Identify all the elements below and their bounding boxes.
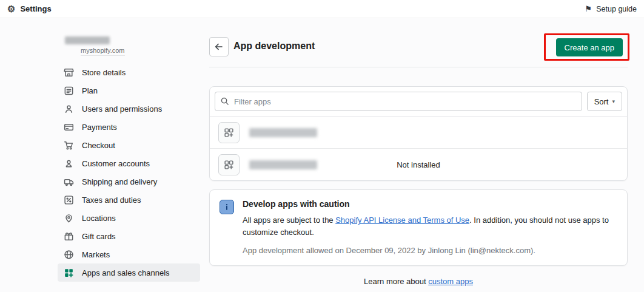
app-tile-icon (218, 154, 240, 175)
app-grid-icon (224, 127, 234, 138)
sidebar-item-taxes-duties[interactable]: Taxes and duties (58, 191, 200, 209)
users-icon (64, 104, 74, 114)
setup-guide-button[interactable]: ⚑ Setup guide (585, 5, 637, 13)
gear-icon: ⚙ (7, 4, 15, 13)
sidebar-item-checkout[interactable]: Checkout (58, 136, 200, 154)
taxes-icon (64, 195, 74, 205)
api-license-link[interactable]: Shopify API License and Terms of Use (335, 216, 469, 225)
caution-banner: Develop apps with caution All apps are s… (209, 189, 628, 266)
custom-apps-link[interactable]: custom apps (428, 277, 473, 286)
filter-row: Sort ▾ (210, 87, 627, 116)
footer-text: Learn more about (364, 277, 428, 286)
sidebar-item-markets[interactable]: Markets (58, 245, 200, 263)
sidebar-item-label: Markets (82, 250, 110, 259)
banner-note: App development allowed on December 09, … (243, 246, 611, 255)
topbar-title: Settings (20, 4, 51, 13)
create-app-button[interactable]: Create an app (556, 38, 623, 56)
sidebar-item-shipping-delivery[interactable]: Shipping and delivery (58, 172, 200, 191)
sidebar-item-gift-cards[interactable]: Gift cards (58, 227, 200, 245)
sidebar-item-locations[interactable]: Locations (58, 209, 200, 227)
app-tile-icon (218, 122, 240, 143)
flag-icon: ⚑ (585, 5, 592, 13)
info-icon (220, 200, 234, 214)
top-bar: ⚙ Settings ⚑ Setup guide (0, 0, 644, 18)
back-button[interactable] (209, 37, 229, 56)
page-title: App development (233, 41, 315, 52)
sidebar-item-label: Users and permissions (82, 104, 162, 114)
arrow-left-icon (214, 42, 224, 52)
sidebar-item-label: Store details (82, 68, 126, 77)
sidebar-item-label: Locations (82, 214, 116, 223)
filter-apps-input[interactable] (215, 92, 582, 111)
chevron-down-icon: ▾ (612, 98, 615, 104)
settings-page: ⚙ Settings ⚑ Setup guide myshopify.com S… (0, 0, 644, 292)
sidebar-item-store-details[interactable]: Store details (58, 63, 200, 81)
store-header: myshopify.com (58, 32, 200, 63)
banner-content: Develop apps with caution All apps are s… (243, 199, 611, 255)
markets-icon (64, 250, 74, 260)
sidebar-item-label: Checkout (82, 141, 115, 150)
sidebar-item-label: Shipping and delivery (82, 177, 157, 186)
setup-guide-label: Setup guide (596, 5, 637, 13)
sidebar-item-label: Plan (82, 86, 98, 95)
redacted-app-name (249, 128, 317, 137)
page-header: App development Create an app (209, 35, 628, 61)
apps-icon (64, 268, 74, 278)
search-icon (220, 97, 229, 106)
app-grid-icon (224, 160, 234, 170)
sidebar-item-payments[interactable]: Payments (58, 118, 200, 136)
banner-body-pre: All apps are subject to the (243, 216, 335, 225)
sidebar-item-label: Apps and sales channels (82, 268, 170, 277)
checkout-icon (64, 140, 74, 151)
sidebar-item-users-permissions[interactable]: Users and permissions (58, 100, 200, 118)
settings-sidebar: myshopify.com Store details Plan Users a… (58, 32, 200, 282)
locations-icon (64, 213, 74, 223)
info-glyph-icon (223, 203, 231, 211)
apps-list-card: Sort ▾ Not installed (209, 86, 628, 181)
customer-accounts-icon (64, 158, 74, 169)
store-icon (64, 67, 74, 78)
app-row[interactable]: Not installed (210, 148, 627, 180)
gift-cards-icon (64, 231, 74, 242)
sidebar-item-label: Taxes and duties (82, 195, 141, 205)
redacted-app-name (249, 160, 317, 169)
sidebar-item-apps-sales-channels[interactable]: Apps and sales channels (58, 263, 200, 282)
banner-title: Develop apps with caution (243, 199, 611, 209)
payments-icon (64, 122, 74, 132)
plan-icon (64, 86, 74, 96)
sidebar-item-label: Gift cards (82, 232, 116, 241)
banner-body: All apps are subject to the Shopify API … (243, 214, 611, 239)
sort-label: Sort (594, 97, 609, 106)
redacted-store-name (65, 36, 110, 44)
sidebar-item-customer-accounts[interactable]: Customer accounts (58, 154, 200, 172)
sidebar-item-plan[interactable]: Plan (58, 81, 200, 100)
shipping-icon (64, 177, 74, 187)
app-row[interactable] (210, 116, 627, 148)
header-divider (209, 67, 628, 67)
learn-more-footer: Learn more about custom apps (209, 277, 628, 286)
settings-brand: ⚙ Settings (7, 4, 52, 13)
sidebar-item-label: Customer accounts (82, 159, 150, 168)
filter-apps-field (215, 92, 582, 111)
store-domain: myshopify.com (81, 47, 125, 56)
sort-button[interactable]: Sort ▾ (587, 92, 622, 111)
sidebar-item-label: Payments (82, 123, 117, 132)
